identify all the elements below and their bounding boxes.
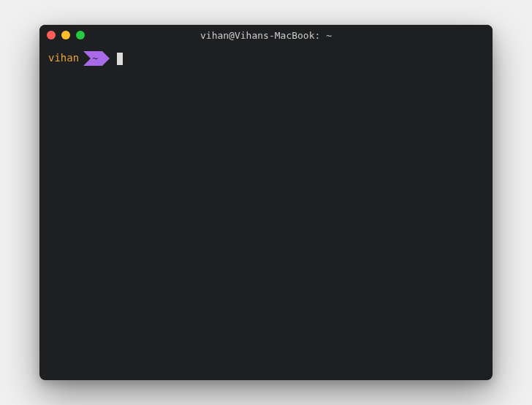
cursor-icon — [117, 53, 123, 65]
prompt-user: vihan — [48, 51, 79, 66]
close-icon[interactable] — [47, 31, 56, 39]
chevron-right-icon — [102, 51, 110, 66]
prompt-segment-cwd: ~ — [83, 51, 110, 66]
window-title: vihan@Vihans-MacBook: ~ — [39, 30, 493, 41]
traffic-lights — [47, 31, 85, 39]
minimize-icon[interactable] — [61, 31, 70, 39]
title-bar: vihan@Vihans-MacBook: ~ — [39, 25, 493, 45]
terminal-body[interactable]: vihan ~ — [39, 45, 493, 380]
maximize-icon[interactable] — [76, 31, 85, 39]
prompt-cwd: ~ — [83, 51, 102, 66]
terminal-window: vihan@Vihans-MacBook: ~ vihan ~ — [39, 25, 493, 380]
prompt-line: vihan ~ — [48, 51, 484, 66]
